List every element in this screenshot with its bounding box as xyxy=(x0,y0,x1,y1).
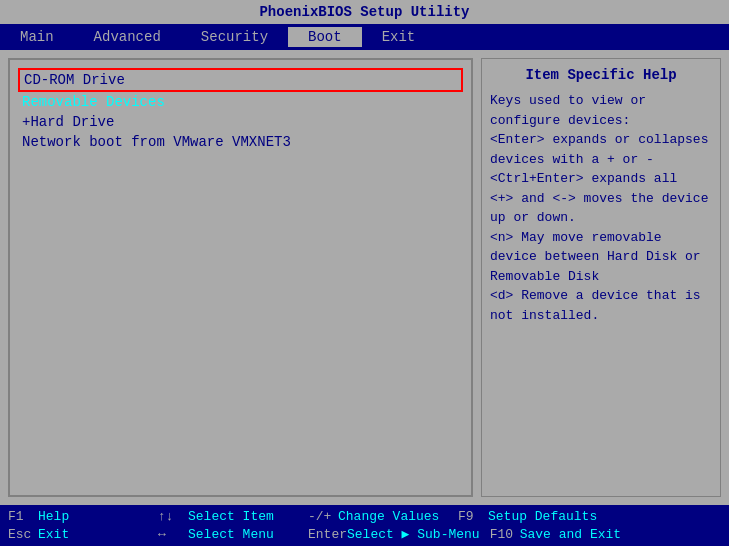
footer: F1 Help ↑↓ Select Item -/+ Change Values… xyxy=(0,505,729,546)
help-title: Item Specific Help xyxy=(490,67,712,83)
f1-desc: Help xyxy=(38,509,158,524)
updown-key: ↑↓ xyxy=(158,509,188,524)
boot-item-harddrive[interactable]: +Hard Drive xyxy=(18,112,463,132)
menu-main[interactable]: Main xyxy=(0,27,74,47)
boot-list-panel: CD-ROM Drive Removable Devices +Hard Dri… xyxy=(8,58,473,497)
f9-key: F9 xyxy=(458,509,488,524)
title-bar: PhoenixBIOS Setup Utility xyxy=(0,0,729,24)
boot-item-network[interactable]: Network boot from VMware VMXNET3 xyxy=(18,132,463,152)
menu-exit[interactable]: Exit xyxy=(362,27,436,47)
f9-desc: Setup Defaults xyxy=(488,509,608,524)
content-area: CD-ROM Drive Removable Devices +Hard Dri… xyxy=(0,50,729,505)
f10-key: F10 xyxy=(490,527,520,542)
f10-desc: Save and Exit xyxy=(520,527,640,542)
lr-key: ↔ xyxy=(158,527,188,542)
lr-desc: Select Menu xyxy=(188,527,308,542)
menu-advanced[interactable]: Advanced xyxy=(74,27,181,47)
updown-desc: Select Item xyxy=(188,509,308,524)
boot-item-cdrom[interactable]: CD-ROM Drive xyxy=(18,68,463,92)
esc-key: Esc xyxy=(8,527,38,542)
f1-key: F1 xyxy=(8,509,38,524)
enter-desc: Select ▶ Sub-Menu xyxy=(347,526,490,542)
help-text: Keys used to view or configure devices: … xyxy=(490,91,712,325)
menu-security[interactable]: Security xyxy=(181,27,288,47)
plusminus-desc: Change Values xyxy=(338,509,458,524)
enter-key: Enter xyxy=(308,527,347,542)
plusminus-key: -/+ xyxy=(308,509,338,524)
footer-row-2: Esc Exit ↔ Select Menu Enter Select ▶ Su… xyxy=(8,526,721,542)
menu-boot[interactable]: Boot xyxy=(288,27,362,47)
footer-row-1: F1 Help ↑↓ Select Item -/+ Change Values… xyxy=(8,509,721,524)
esc-desc: Exit xyxy=(38,527,158,542)
help-panel: Item Specific Help Keys used to view or … xyxy=(481,58,721,497)
menu-bar: Main Advanced Security Boot Exit xyxy=(0,24,729,50)
boot-item-removable[interactable]: Removable Devices xyxy=(18,92,463,112)
bios-screen: PhoenixBIOS Setup Utility Main Advanced … xyxy=(0,0,729,546)
app-title: PhoenixBIOS Setup Utility xyxy=(259,4,469,20)
